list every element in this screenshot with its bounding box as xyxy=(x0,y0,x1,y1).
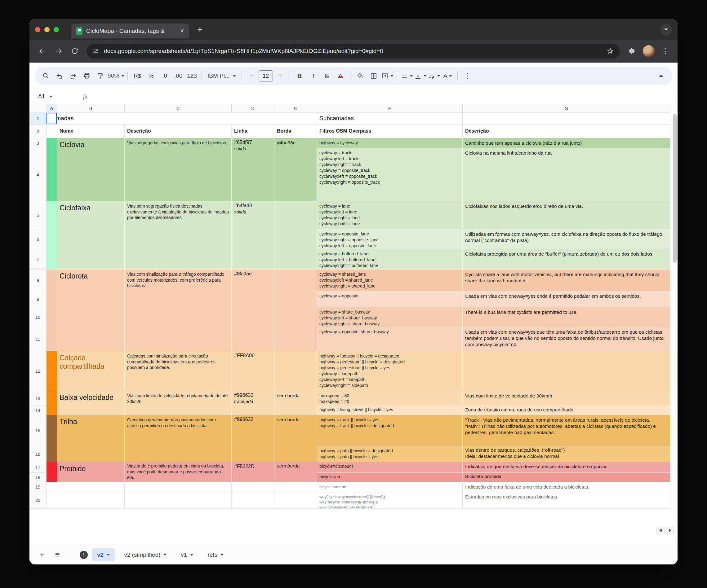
cell-layer-linha[interactable]: #f8c9ae xyxy=(232,269,274,351)
cell-layer-borda[interactable]: #4ba96e xyxy=(274,138,317,201)
row-header[interactable]: 20 xyxy=(30,492,46,509)
sheet-tab-v1[interactable]: v1 xyxy=(176,548,198,561)
row-header[interactable]: 5 xyxy=(30,201,46,229)
cell-empty[interactable] xyxy=(274,482,317,492)
layer-color-strip-ciclorota[interactable] xyxy=(46,269,57,351)
column-header[interactable]: B xyxy=(57,104,125,113)
format-percent-button[interactable]: % xyxy=(144,69,158,83)
cell-sub-desc[interactable]: Estradas ou ruas exclusivas para bicicle… xyxy=(463,492,670,509)
cell-osm-filter[interactable]: cycleway = opposite_share_busway xyxy=(317,327,463,351)
row-header[interactable]: 2 xyxy=(30,124,46,138)
cell-osm-filter[interactable]: bicycle=dismount xyxy=(317,462,463,473)
cell-header-descricao[interactable]: Descrição xyxy=(125,124,232,138)
fill-color-button[interactable] xyxy=(354,69,367,83)
row-header[interactable]: 12 xyxy=(30,351,46,391)
cell-empty[interactable] xyxy=(232,492,274,509)
close-window-button[interactable] xyxy=(35,27,40,32)
cell-osm-filter[interactable]: cycleway = track cycleway:left = track c… xyxy=(317,148,463,201)
increase-decimal-button[interactable]: .00 xyxy=(172,69,185,83)
layer-color-strip-trilha[interactable] xyxy=(46,415,57,462)
cell-empty[interactable] xyxy=(232,482,274,492)
layer-color-strip-calcada[interactable] xyxy=(46,351,57,391)
extensions-button[interactable] xyxy=(625,44,638,58)
bookmark-star-icon[interactable] xyxy=(606,47,614,55)
cell-osm-filter[interactable]: cycleway = shared_lane cycleway:left = s… xyxy=(317,269,463,291)
row-header[interactable]: 4 xyxy=(30,148,46,201)
zoom-select[interactable]: 90% xyxy=(108,69,124,83)
column-header[interactable]: A xyxy=(46,104,57,113)
cell-osm-filter[interactable]: cycleway = opposite xyxy=(317,291,463,307)
sheet-tab-v2[interactable]: v2 xyxy=(92,548,115,561)
cell-empty[interactable] xyxy=(46,124,57,138)
layer-color-strip-ciclovia[interactable] xyxy=(46,138,57,201)
cell-layer-linha[interactable]: #996633 xyxy=(232,415,274,462)
cell-layer-name[interactable]: Ciclofaixa xyxy=(57,201,125,269)
cell-osm-filter[interactable]: highway = track || bicycle = yes highway… xyxy=(317,415,463,446)
cell-sub-desc[interactable]: Utilizadas em formas com oneway=yes, com… xyxy=(463,229,670,249)
cell-layer-desc[interactable]: Vias sem segregação física destinadas ex… xyxy=(125,201,232,269)
fullscreen-window-button[interactable] xyxy=(54,27,59,32)
cell-osm-filter[interactable]: highway = cycleway xyxy=(317,138,463,148)
cell-layer-desc[interactable]: Calçadas com sinalização para circulação… xyxy=(125,351,232,391)
close-tab-icon[interactable]: × xyxy=(180,27,184,35)
cell-layer-linha[interactable]: #996633 tracejada xyxy=(232,391,274,415)
cell-osm-filter[interactable]: cycleway = buffered_lane cycleway:left =… xyxy=(317,249,463,269)
decrease-font-size-button[interactable]: − xyxy=(245,69,258,83)
cell-header-descricao2[interactable]: Descrição xyxy=(463,124,670,138)
scroll-right-button[interactable] xyxy=(666,527,674,534)
redo-button[interactable] xyxy=(67,69,80,83)
row-header[interactable]: 15 xyxy=(30,415,46,446)
toolbar-more-button[interactable]: ⋮ xyxy=(461,69,474,83)
vertical-align-button[interactable] xyxy=(414,69,427,83)
cell-osm-filter[interactable]: maxspeed = 30 maxspeed = 20 xyxy=(317,391,463,406)
cell-osm-filter[interactable]: highway = path || bicycle = designated h… xyxy=(317,446,463,462)
cell-camadas-header[interactable]: Camadas xyxy=(46,113,317,124)
more-formats-button[interactable]: 123 xyxy=(186,69,198,83)
browser-menu-button[interactable]: ⋮ xyxy=(659,47,671,56)
cell-layer-borda[interactable] xyxy=(274,269,317,351)
cell-osm-filter[interactable]: cycleway = lane cycleway:left = lane cyc… xyxy=(317,201,463,229)
name-box[interactable]: A1 xyxy=(30,93,73,100)
forward-button[interactable] xyxy=(52,44,65,58)
cell-empty[interactable] xyxy=(463,113,670,124)
cell-sub-desc[interactable]: Vias dentro de parques, calçadões. ("off… xyxy=(463,446,670,462)
cell-layer-name[interactable]: Calçada compartilhada xyxy=(57,351,125,391)
increase-font-size-button[interactable]: + xyxy=(273,69,287,83)
borders-button[interactable] xyxy=(367,69,380,83)
cell-layer-borda[interactable]: sem borda xyxy=(274,415,317,462)
cell-layer-desc[interactable]: Vias com limite de velocidade regulament… xyxy=(125,391,232,415)
cell-osm-filter[interactable]: cycleway = share_busway cycleway:left = … xyxy=(317,307,463,327)
cell-layer-name[interactable]: Trilha xyxy=(57,415,125,462)
cell-empty[interactable] xyxy=(46,492,57,509)
cell-layer-borda[interactable]: sem borda xyxy=(274,462,317,482)
column-header[interactable]: C xyxy=(125,104,232,113)
url-text[interactable]: docs.google.com/spreadsheets/d/1grTpS1Nr… xyxy=(104,48,602,54)
cell-sub-desc[interactable]: Ciclofaixa protegida por uma área de "bu… xyxy=(463,249,670,269)
cell-header-nome[interactable]: Nome xyxy=(57,124,125,138)
cell-sub-desc[interactable] xyxy=(463,351,670,391)
cell-empty[interactable] xyxy=(125,482,232,492)
cell-layer-desc[interactable]: Vias com sinalização para o tráfego comp… xyxy=(125,269,232,351)
cell-osm-filter[interactable]: highway = footway || bicycle = designate… xyxy=(317,351,463,391)
cell-layer-name[interactable]: Ciclovia xyxy=(57,138,125,201)
cell-sub-desc[interactable]: There is a bus lane that cyclists are pe… xyxy=(463,307,670,327)
select-all-corner[interactable] xyxy=(30,104,46,113)
collapse-toolbar-button[interactable] xyxy=(654,69,668,83)
row-header[interactable]: 3 xyxy=(30,138,46,148)
cell-layer-linha[interactable]: #65df97 sólida xyxy=(232,138,274,201)
cell-osm-filter[interactable]: bicycle:lanes=* xyxy=(317,482,463,492)
row-header[interactable]: 1 xyxy=(30,113,46,124)
cell-layer-name[interactable]: Ciclorota xyxy=(57,269,125,351)
merge-cells-button[interactable] xyxy=(381,69,394,83)
cell-layer-desc[interactable]: Vias onde é proibido pedalar em cima da … xyxy=(125,462,232,482)
add-sheet-button[interactable]: + xyxy=(36,550,47,559)
row-header[interactable]: 16 xyxy=(30,446,46,462)
cell-empty[interactable] xyxy=(57,492,125,509)
layer-color-strip-proibido[interactable] xyxy=(46,462,57,482)
cell-header-filtros[interactable]: Filtros OSM Overpass xyxy=(317,124,463,138)
reload-button[interactable] xyxy=(68,44,81,58)
row-header[interactable]: 7 xyxy=(30,249,46,269)
cell-sub-desc[interactable]: Indicação de uma faixa de uma vida dedic… xyxy=(463,482,670,492)
cell-sub-desc[interactable]: Usada em vias com oneway=yes que têm uma… xyxy=(463,327,670,351)
row-header[interactable]: 9 xyxy=(30,291,46,307)
